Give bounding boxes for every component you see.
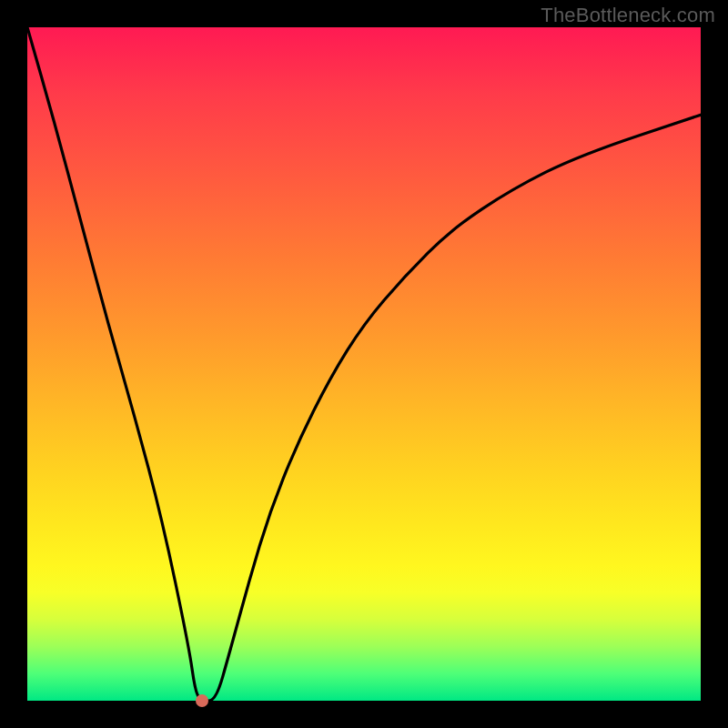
optimum-marker (196, 694, 208, 707)
bottleneck-curve (27, 27, 701, 701)
watermark-text: TheBottleneck.com (541, 4, 715, 27)
chart-frame: TheBottleneck.com (0, 0, 728, 728)
plot-area (27, 27, 701, 701)
